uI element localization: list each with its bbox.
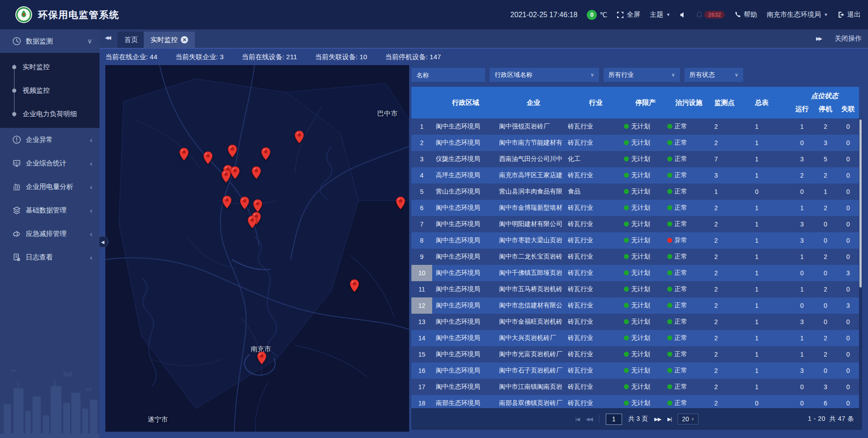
close-operations-dropdown[interactable]: 关闭操作 — [835, 34, 862, 43]
map-pin-icon[interactable] — [349, 279, 359, 292]
city-skyline-decoration — [0, 361, 99, 438]
cell-facility-status: 正常 — [667, 155, 711, 163]
row-number: 13 — [411, 314, 432, 330]
table-scrollbar[interactable] — [859, 118, 862, 408]
status-filter-select[interactable]: 所有状态∨ — [684, 68, 743, 82]
first-page-button[interactable]: |◀ — [575, 416, 579, 422]
table-row[interactable]: 7阆中生态环境局阆中明阳建材有限公司砖瓦行业无计划正常21300 — [411, 216, 859, 232]
sidebar-item-log-view[interactable]: 日志查看‹ — [0, 245, 99, 269]
sidebar-item-power-usage-analysis[interactable]: 企业用电量分析‹ — [0, 175, 99, 198]
map-pin-icon[interactable] — [179, 147, 189, 161]
logout-icon — [838, 11, 844, 18]
cell-stopped: 0 — [814, 302, 837, 309]
map-pin-icon[interactable] — [222, 195, 232, 209]
cell-stop-limit: 无计划 — [624, 139, 667, 147]
tab-close-icon[interactable]: ✕ — [181, 36, 188, 43]
last-page-button[interactable]: ▶| — [667, 416, 671, 422]
cell-stop-limit: 无计划 — [624, 285, 667, 293]
table-row[interactable]: 18南部生态环境局南部县双佛镇页岩砖厂砖瓦行业无计划正常20060 — [411, 395, 859, 408]
cell-meters: 1 — [751, 123, 790, 130]
chevron-left-icon: ‹ — [90, 183, 92, 191]
cell-offline: 0 — [837, 253, 859, 260]
tab-scroll-left-button[interactable]: ◀◀ — [105, 35, 110, 41]
industry-filter-select[interactable]: 所有行业∨ — [604, 68, 680, 82]
row-number: 2 — [411, 135, 432, 151]
region-filter-select[interactable]: 行政区域名称∨ — [490, 68, 599, 82]
table-row[interactable]: 14阆中生态环境局阆中大兴页岩机砖厂砖瓦行业无计划正常21120 — [411, 330, 859, 346]
sidebar-item-data-monitor[interactable]: 数据监测∨ — [0, 29, 99, 53]
table-row[interactable]: 15阆中生态环境局阆中市光富页岩机砖厂砖瓦行业无计划正常21120 — [411, 346, 859, 363]
sidebar-item-enterprise-abnormal[interactable]: 企业异常‹ — [0, 128, 99, 151]
map-pin-icon[interactable] — [227, 144, 237, 158]
cell-stopped: 3 — [814, 383, 837, 391]
app-header: 环保用电监管系统 2021-02-25 17:46:18 0 ℃ 全屏 主题▼ — [0, 0, 868, 29]
map-pin-icon[interactable] — [240, 196, 250, 210]
tab-scroll-right-button[interactable]: ▶▶ — [816, 36, 821, 42]
map-pin-icon[interactable] — [221, 170, 231, 183]
sidebar-subitem-enterprise-power-load-detail[interactable]: 企业电力负荷明细 — [0, 102, 99, 126]
table-row[interactable]: 4高坪生态环境局南充市高坪区王家店建砖瓦行业无计划正常31220 — [411, 167, 859, 184]
next-page-button[interactable]: ▶▶ — [654, 416, 661, 422]
sidebar-subitem-realtime-monitor[interactable]: 实时监控 — [0, 55, 99, 79]
logout-button[interactable]: 退出 — [838, 10, 861, 19]
table-row[interactable]: 11阆中生态环境局阆中市五马桥页岩机砖砖瓦行业无计划正常21120 — [411, 281, 859, 297]
table-row[interactable]: 3仪陇生态环境局西南油气田分公司川中化工无计划正常71350 — [411, 151, 859, 167]
stat-item-4: 当前停机设备: 147 — [385, 53, 441, 61]
chevron-left-icon: ‹ — [90, 230, 92, 238]
table-row[interactable]: 5营山生态环境局营山县润丰肉食品有限食品无计划正常10010 — [411, 184, 859, 200]
prev-page-button[interactable]: ◀◀ — [586, 416, 593, 422]
table-row[interactable]: 9阆中生态环境局阆中市二龙长宝页岩砖砖瓦行业无计划正常21120 — [411, 249, 859, 265]
map-pin-icon[interactable] — [230, 166, 240, 179]
map-pin-icon[interactable] — [294, 130, 304, 144]
sidebar-item-enterprise-statistics[interactable]: 企业综合统计‹ — [0, 151, 99, 175]
table-row[interactable]: 10阆中生态环境局阆中千佛镇五郎垭页岩砖瓦行业无计划正常21003 — [411, 265, 859, 281]
tab-home[interactable]: 首页 — [118, 32, 145, 48]
cell-points: 2 — [711, 351, 751, 358]
sidebar-item-emergency-reduction[interactable]: 应急减排管理‹ — [0, 222, 99, 245]
table-row[interactable]: 8阆中生态环境局阆中市枣碧大梁山页岩砖瓦行业无计划异常21300 — [411, 232, 859, 249]
help-button[interactable]: 帮助 — [734, 10, 757, 19]
cell-points: 2 — [711, 302, 751, 309]
map-pin-icon[interactable] — [203, 151, 213, 165]
table-row[interactable]: 16阆中生态环境局阆中市石子页岩机砖厂砖瓦行业无计划正常21300 — [411, 363, 859, 379]
table-row[interactable]: 2阆中生态环境局阆中市南方节能建材有砖瓦行业无计划正常21030 — [411, 135, 859, 151]
map-pin-icon[interactable] — [257, 351, 267, 365]
page-number-input[interactable] — [606, 414, 622, 425]
cell-stop-limit: 无计划 — [624, 318, 667, 326]
page-size-select[interactable]: 20∨ — [678, 414, 698, 424]
map-pin-icon[interactable] — [396, 196, 406, 210]
map-pin-icon[interactable] — [253, 199, 263, 212]
map-pin-icon[interactable] — [251, 166, 261, 179]
table-row[interactable]: 17阆中生态环境局阆中市江南镇阆南页岩砖瓦行业无计划正常21030 — [411, 379, 859, 395]
map-panel[interactable]: 巴中市南充市遂宁市 ◀ — [105, 65, 409, 432]
table-row[interactable]: 13阆中生态环境局阆中市金福旺页岩机砖砖瓦行业无计划正常21300 — [411, 314, 859, 330]
status-dot-icon — [667, 189, 672, 194]
map-pin-icon[interactable] — [247, 215, 257, 229]
name-filter-input[interactable] — [411, 68, 485, 82]
table-row[interactable]: 12阆中生态环境局阆中市忠信建材有限公砖瓦行业无计划正常21003 — [411, 297, 859, 314]
map-pin-icon[interactable] — [261, 147, 271, 160]
tab-realtime-monitor[interactable]: 实时监控 ✕ — [144, 32, 195, 48]
sidebar: 数据监测∨实时监控视频监控企业电力负荷明细企业异常‹企业综合统计‹企业用电量分析… — [0, 29, 99, 438]
col-group-point-status: 点位状态 运行 停机 失联 — [790, 87, 859, 118]
fullscreen-button[interactable]: 全屏 — [617, 10, 640, 19]
chevron-left-icon: ‹ — [90, 254, 92, 261]
cell-facility-status: 正常 — [667, 399, 711, 407]
org-dropdown[interactable]: 南充市生态环境局▼ — [767, 10, 828, 19]
cell-stopped: 2 — [814, 351, 837, 358]
sidebar-item-base-data-management[interactable]: 基础数据管理‹ — [0, 198, 99, 222]
sound-button[interactable] — [680, 12, 687, 18]
cell-industry: 砖瓦行业 — [568, 139, 624, 147]
cell-industry: 砖瓦行业 — [568, 171, 624, 179]
cell-stop-limit: 无计划 — [624, 188, 667, 196]
table-row[interactable]: 1阆中生态环境局阆中强锐页岩砖厂砖瓦行业无计划正常21120 — [411, 118, 859, 135]
notifications-button[interactable]: 2632 — [696, 11, 725, 19]
tab-bar: ◀◀ 首页 实时监控 ✕ ▶▶ 关闭操作 — [99, 29, 868, 49]
table-row[interactable]: 6阆中生态环境局阆中市金博瑞新型墙材砖瓦行业无计划正常21120 — [411, 200, 859, 216]
sidebar-subitem-video-monitor[interactable]: 视频监控 — [0, 79, 99, 102]
page-title: 环保用电监管系统 — [38, 9, 119, 21]
theme-dropdown[interactable]: 主题▼ — [650, 10, 670, 19]
cell-facility-status: 正常 — [667, 367, 711, 375]
scrollbar-thumb[interactable] — [859, 119, 862, 287]
status-dot-icon — [667, 254, 672, 259]
